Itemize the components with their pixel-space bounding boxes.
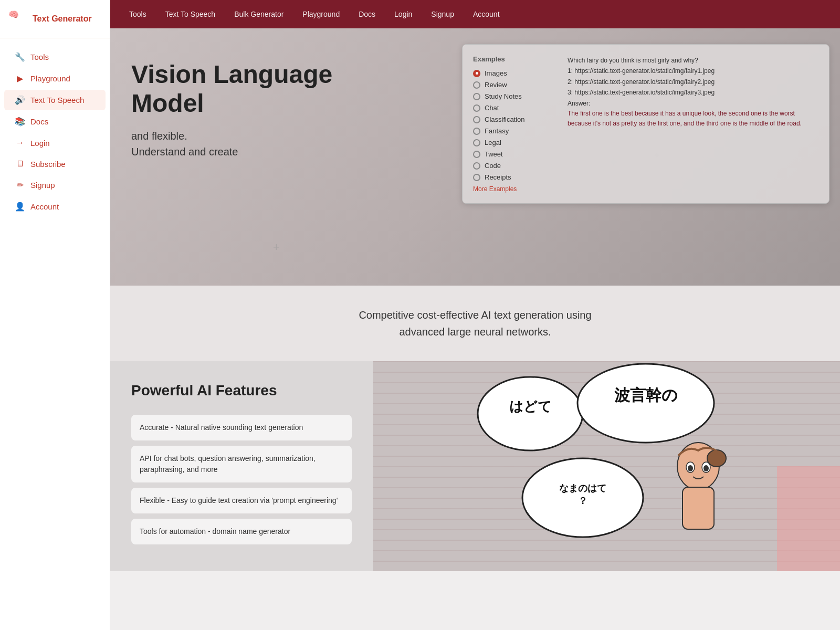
playground-icon: ▶	[15, 74, 25, 83]
top-navigation: Tools Text To Speech Bulk Generator Play…	[110, 0, 840, 28]
radio-chat[interactable]	[473, 104, 480, 112]
sidebar-item-docs[interactable]: 📚 Docs	[4, 111, 106, 132]
example-option-receipts[interactable]: Receipts	[473, 173, 557, 181]
svg-text:波言幹の: 波言幹の	[614, 386, 678, 404]
main-content: Vision Language Model and flexible. Unde…	[110, 28, 840, 630]
svg-point-13	[704, 465, 709, 471]
sidebar-item-playground-label: Playground	[30, 74, 70, 83]
examples-answer-label: Answer:	[568, 98, 818, 109]
examples-list: Examples Images Review Study Notes	[473, 55, 557, 193]
hero-subtitle: and flexible. Understand and create	[131, 128, 352, 160]
examples-question: Which fairy do you think is most girly a…	[568, 55, 818, 66]
examples-title: Examples	[473, 55, 557, 63]
sidebar-item-tools[interactable]: 🔧 Tools	[4, 47, 106, 67]
sidebar-item-account-label: Account	[30, 202, 59, 211]
topnav-playground[interactable]: Playground	[300, 7, 342, 22]
examples-line3: 3: https://static.text-generator.io/stat…	[568, 87, 818, 98]
example-option-tweet[interactable]: Tweet	[473, 150, 557, 158]
feature-api: API for chat bots, question answering, s…	[131, 446, 352, 482]
radio-legal[interactable]	[473, 139, 480, 146]
radio-study-notes[interactable]	[473, 93, 480, 100]
logo-text: Text Generator	[33, 14, 92, 24]
sidebar-item-playground[interactable]: ▶ Playground	[4, 68, 106, 89]
topnav-signup[interactable]: Signup	[429, 7, 456, 22]
sidebar-item-signup-label: Signup	[30, 181, 55, 190]
examples-line2: 2: https://static.text-generator.io/stat…	[568, 77, 818, 87]
login-icon: →	[15, 138, 25, 148]
features-section: Powerful AI Features Accurate - Natural …	[110, 361, 840, 571]
sidebar-item-text-to-speech[interactable]: 🔊 Text To Speech	[4, 90, 106, 110]
example-option-study-notes[interactable]: Study Notes	[473, 92, 557, 100]
svg-text:なまのはて: なまのはて	[559, 483, 606, 494]
sidebar-item-login-label: Login	[30, 139, 50, 148]
svg-rect-9	[682, 487, 714, 529]
sidebar-item-docs-label: Docs	[30, 117, 48, 126]
topnav-tools[interactable]: Tools	[127, 7, 149, 22]
docs-icon: 📚	[15, 117, 25, 127]
feature-accurate: Accurate - Natural native sounding text …	[131, 415, 352, 440]
mid-section: Competitive cost-effective AI text gener…	[110, 286, 840, 361]
topnav-login[interactable]: Login	[392, 7, 414, 22]
examples-answer-text: The first one is the best because it has…	[568, 109, 818, 129]
sidebar-item-subscribe[interactable]: 🖥 Subscribe	[4, 154, 106, 174]
signup-icon: ✏	[15, 180, 25, 190]
topnav-docs[interactable]: Docs	[356, 7, 377, 22]
hero-section: Vision Language Model and flexible. Unde…	[110, 28, 840, 286]
example-option-images[interactable]: Images	[473, 69, 557, 77]
radio-receipts[interactable]	[473, 174, 480, 181]
radio-code[interactable]	[473, 162, 480, 170]
hero-title: Vision Language Model	[131, 60, 404, 118]
radio-classification[interactable]	[473, 116, 480, 123]
sidebar-item-subscribe-label: Subscribe	[30, 160, 66, 169]
radio-review[interactable]	[473, 81, 480, 89]
svg-text:はどて: はどて	[509, 399, 552, 414]
features-title: Powerful AI Features	[131, 382, 352, 399]
tools-icon: 🔧	[15, 52, 25, 62]
mid-section-text: Competitive cost-effective AI text gener…	[344, 307, 606, 340]
example-option-fantasy[interactable]: Fantasy	[473, 127, 557, 135]
topnav-account[interactable]: Account	[471, 7, 502, 22]
examples-content: Which fairy do you think is most girly a…	[568, 55, 818, 193]
example-option-review[interactable]: Review	[473, 81, 557, 89]
sidebar-item-signup[interactable]: ✏ Signup	[4, 175, 106, 195]
sidebar-item-tts-label: Text To Speech	[30, 96, 84, 104]
svg-point-8	[707, 450, 726, 467]
features-manga-panel: はどて 波言幹の なまのはて ？	[373, 361, 840, 571]
sidebar-item-account[interactable]: 👤 Account	[4, 196, 106, 217]
topnav-text-to-speech[interactable]: Text To Speech	[163, 7, 217, 22]
sidebar-item-login[interactable]: → Login	[4, 133, 106, 153]
feature-automation: Tools for automation - domain name gener…	[131, 519, 352, 544]
manga-svg: はどて 波言幹の なまのはて ？	[373, 361, 840, 571]
example-option-chat[interactable]: Chat	[473, 104, 557, 112]
examples-panel: Examples Images Review Study Notes	[462, 44, 830, 204]
example-option-classification[interactable]: Classification	[473, 116, 557, 123]
example-option-code[interactable]: Code	[473, 162, 557, 170]
examples-line1: 1: https://static.text-generator.io/stat…	[568, 66, 818, 76]
feature-flexible: Flexible - Easy to guide text creation v…	[131, 488, 352, 513]
account-icon: 👤	[15, 202, 25, 212]
subscribe-icon: 🖥	[15, 159, 25, 169]
features-left: Powerful AI Features Accurate - Natural …	[110, 361, 373, 571]
topnav-bulk-generator[interactable]: Bulk Generator	[232, 7, 286, 22]
svg-text:？: ？	[578, 496, 587, 506]
sidebar-navigation: 🔧 Tools ▶ Playground 🔊 Text To Speech 📚 …	[0, 38, 110, 225]
radio-tweet[interactable]	[473, 151, 480, 158]
deco-plus-1: +	[273, 240, 280, 254]
svg-point-11	[688, 465, 693, 471]
pink-overlay-rect	[777, 466, 840, 571]
brain-icon: 🧠	[8, 9, 27, 28]
speaker-icon: 🔊	[15, 95, 25, 105]
sidebar: 🧠 Text Generator 🔧 Tools ▶ Playground 🔊 …	[0, 0, 110, 630]
example-option-legal[interactable]: Legal	[473, 139, 557, 146]
sidebar-item-tools-label: Tools	[30, 52, 49, 61]
more-examples-link[interactable]: More Examples	[473, 185, 557, 193]
radio-fantasy[interactable]	[473, 128, 480, 135]
sidebar-logo[interactable]: 🧠 Text Generator	[0, 0, 110, 38]
radio-images[interactable]	[473, 70, 480, 77]
